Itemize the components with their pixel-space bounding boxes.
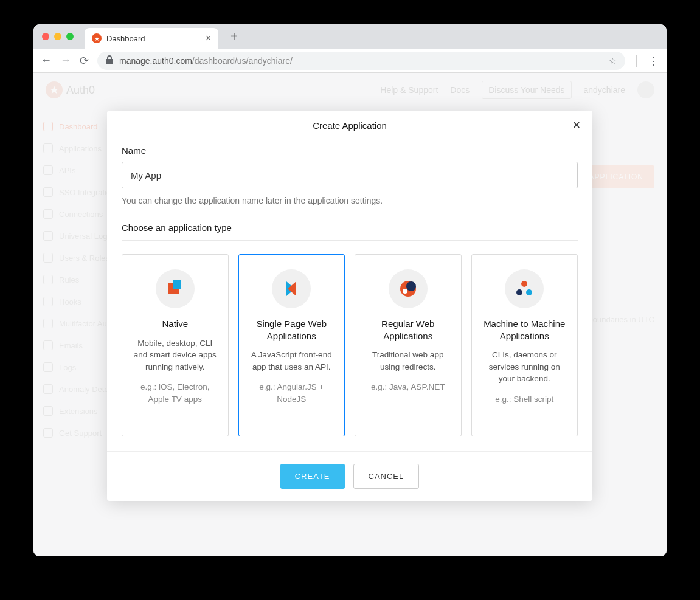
name-hint: You can change the application name late… [122,196,578,205]
close-tab-icon[interactable]: × [206,33,211,44]
create-button[interactable]: CREATE [280,464,345,489]
card-desc: CLIs, daemons or services running on you… [480,349,569,385]
svg-rect-1 [173,280,181,289]
svg-point-5 [521,281,527,287]
close-window-icon[interactable] [42,33,49,40]
bookmark-icon[interactable]: ☆ [609,56,617,66]
app-type-icon [272,269,311,308]
reload-icon[interactable]: ⟳ [80,54,89,67]
card-example: e.g.: Angular.JS + NodeJS [248,381,336,405]
card-title: Single Page Web Applications [248,318,336,342]
app-type-card-native[interactable]: NativeMobile, desktop, CLI and smart dev… [122,254,229,436]
lock-icon [106,55,113,66]
card-title: Native [131,318,220,330]
browser-window: ★ Dashboard × + ← → ⟳ manage.auth0.com/d… [33,24,667,556]
cancel-button[interactable]: CANCEL [353,464,420,489]
svg-point-7 [526,289,532,295]
app-type-icon [505,269,544,308]
app-type-card-single[interactable]: Single Page Web ApplicationsA JavaScript… [238,254,345,436]
app-type-icon [156,269,195,308]
card-title: Regular Web Applications [364,318,452,342]
auth0-favicon-icon: ★ [92,33,102,43]
app-type-card-regular[interactable]: Regular Web ApplicationsTraditional web … [355,254,462,436]
modal-title: Create Application × [107,111,592,140]
app-type-card-machine[interactable]: Machine to Machine ApplicationsCLIs, dae… [471,254,578,436]
menu-icon[interactable]: ⋮ [648,54,659,67]
title-bar: ★ Dashboard × + [33,24,667,49]
card-example: e.g.: iOS, Electron, Apple TV apps [131,381,220,405]
window-controls [42,33,74,40]
type-label: Choose an application type [122,222,578,241]
browser-tab[interactable]: ★ Dashboard × [85,28,218,49]
page: ★ Auth0 Help & Support Docs Discuss Your… [33,73,667,556]
forward-icon[interactable]: → [60,54,71,67]
new-tab-button[interactable]: + [230,30,238,44]
app-type-cards: NativeMobile, desktop, CLI and smart dev… [122,254,578,436]
card-example: e.g.: Shell script [480,393,569,405]
minimize-window-icon[interactable] [54,33,61,40]
name-label: Name [122,145,578,156]
create-application-modal: Create Application × Name You can change… [107,111,592,501]
svg-point-6 [516,289,522,295]
card-desc: Traditional web app using redirects. [364,349,452,373]
tab-title: Dashboard [106,34,145,43]
modal-footer: CREATE CANCEL [107,451,592,501]
svg-point-4 [403,289,407,294]
name-input[interactable] [122,162,578,188]
close-icon[interactable]: × [569,118,584,133]
url-text: manage.auth0.com/dashboard/us/andychiare… [119,56,293,66]
url-field[interactable]: manage.auth0.com/dashboard/us/andychiare… [97,52,625,70]
card-desc: Mobile, desktop, CLI and smart device ap… [131,337,220,373]
app-type-icon [389,269,428,308]
address-bar: ← → ⟳ manage.auth0.com/dashboard/us/andy… [33,49,667,73]
card-title: Machine to Machine Applications [480,318,569,342]
svg-point-3 [406,281,416,291]
card-desc: A JavaScript front-end app that uses an … [248,349,336,373]
card-example: e.g.: Java, ASP.NET [364,381,452,393]
back-icon[interactable]: ← [41,54,52,67]
fullscreen-window-icon[interactable] [66,33,74,40]
